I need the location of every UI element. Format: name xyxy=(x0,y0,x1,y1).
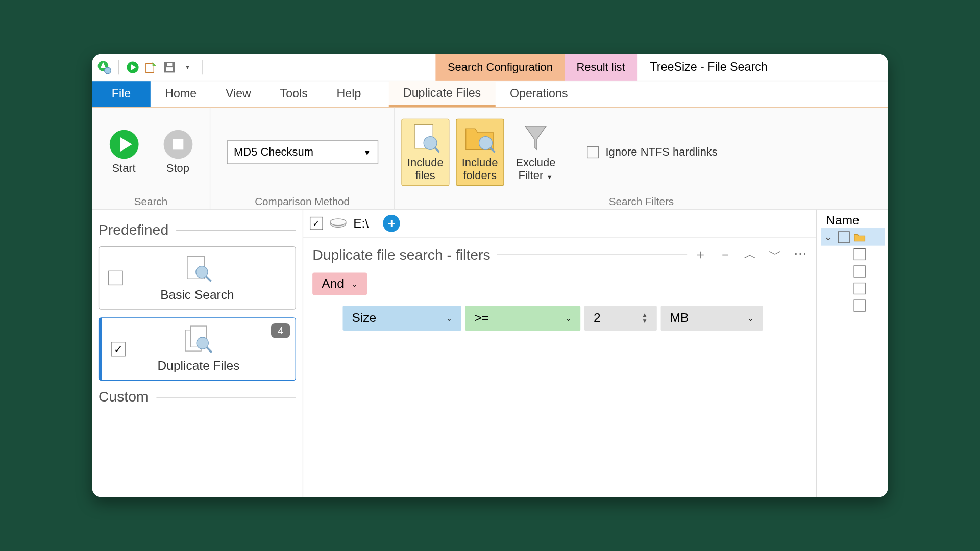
context-tab-result-list[interactable]: Result list xyxy=(565,54,636,81)
svg-rect-6 xyxy=(167,62,172,65)
qat-export-icon[interactable] xyxy=(144,60,158,74)
title-bar: ▾ Search Configuration Result list TreeS… xyxy=(92,54,888,81)
filter-remove-button[interactable]: － xyxy=(719,246,732,264)
filter-up-button[interactable]: ︿ xyxy=(744,246,757,264)
chevron-down-icon: ▼ xyxy=(546,173,553,181)
filter-add-button[interactable]: ＋ xyxy=(694,246,707,264)
app-icon xyxy=(97,60,111,74)
drive-icon xyxy=(330,217,347,229)
sidebar: Predefined Basic Search ✓ 4 Duplicate Fi… xyxy=(92,210,303,497)
tab-view[interactable]: View xyxy=(211,81,266,107)
tab-duplicate-files[interactable]: Duplicate Files xyxy=(389,81,496,107)
folder-icon xyxy=(854,232,866,241)
include-folders-button[interactable]: Include folders xyxy=(456,118,504,186)
card-duplicate-files[interactable]: ✓ 4 Duplicate Files xyxy=(99,317,296,381)
path-checkbox[interactable]: ✓ xyxy=(310,217,323,230)
result-row[interactable] xyxy=(821,246,885,263)
group-filters-label: Search Filters xyxy=(401,193,881,207)
logic-operator[interactable]: And⌄ xyxy=(312,273,367,295)
duplicate-count-badge: 4 xyxy=(271,323,290,338)
result-row[interactable] xyxy=(821,263,885,280)
svg-point-1 xyxy=(105,67,111,73)
tab-home[interactable]: Home xyxy=(151,81,211,107)
tab-help[interactable]: Help xyxy=(322,81,376,107)
qat-customize-icon[interactable]: ▾ xyxy=(181,60,195,74)
stop-button[interactable]: Stop xyxy=(157,127,198,178)
tab-file[interactable]: File xyxy=(92,81,151,107)
group-comparison-label: Comparison Method xyxy=(217,193,387,207)
filter-field[interactable]: Size⌄ xyxy=(342,306,461,331)
include-files-button[interactable]: Include files xyxy=(401,118,449,186)
svg-point-23 xyxy=(330,219,346,226)
ribbon-tabs: File Home View Tools Help Duplicate File… xyxy=(92,81,888,108)
card-basic-search[interactable]: Basic Search xyxy=(99,246,296,310)
context-tab-search-config[interactable]: Search Configuration xyxy=(436,54,565,81)
filter-value[interactable]: 2▲▼ xyxy=(584,306,657,331)
duplicate-files-checkbox[interactable]: ✓ xyxy=(111,342,125,356)
filter-more-button[interactable]: ⋯ xyxy=(794,246,807,264)
svg-rect-5 xyxy=(166,67,173,71)
qat-run-icon[interactable] xyxy=(126,60,140,74)
search-path-row: ✓ E:\ + xyxy=(303,210,816,238)
basic-search-checkbox[interactable] xyxy=(108,271,122,285)
filter-down-button[interactable]: ﹀ xyxy=(769,246,782,264)
svg-line-21 xyxy=(206,347,211,352)
tab-operations[interactable]: Operations xyxy=(496,81,582,107)
ribbon: Start Stop Search MD5 Checksum▼ Comparis… xyxy=(92,108,888,210)
filters-title: Duplicate file search - filters xyxy=(312,246,491,263)
add-path-button[interactable]: + xyxy=(383,215,400,232)
app-title: TreeSize - File Search xyxy=(637,54,888,81)
tab-tools[interactable]: Tools xyxy=(265,81,322,107)
custom-header: Custom xyxy=(99,389,149,406)
result-row[interactable]: ⌄ xyxy=(821,228,885,246)
filter-condition-row: Size⌄ >=⌄ 2▲▼ MB⌄ xyxy=(342,306,806,331)
ignore-hardlinks-checkbox[interactable]: Ignore NTFS hardlinks xyxy=(587,146,718,159)
filter-unit[interactable]: MB⌄ xyxy=(661,306,763,331)
svg-line-12 xyxy=(435,147,440,152)
results-pane: Name ⌄ xyxy=(816,210,888,497)
result-row[interactable] xyxy=(821,297,885,314)
comparison-method-combo[interactable]: MD5 Checksum▼ xyxy=(227,140,378,164)
start-button[interactable]: Start xyxy=(104,127,144,178)
qat-save-icon[interactable] xyxy=(162,60,177,74)
result-row[interactable] xyxy=(821,280,885,297)
expand-icon[interactable]: ⌄ xyxy=(822,231,834,243)
predefined-header: Predefined xyxy=(99,221,168,239)
svg-rect-9 xyxy=(173,139,183,149)
search-path[interactable]: E:\ xyxy=(353,216,369,231)
group-search-label: Search xyxy=(99,193,203,207)
name-column-header[interactable]: Name xyxy=(826,213,859,228)
svg-line-17 xyxy=(206,276,211,281)
exclude-filter-button[interactable]: Exclude Filter ▼ xyxy=(510,119,561,185)
filter-operator[interactable]: >=⌄ xyxy=(465,306,580,331)
